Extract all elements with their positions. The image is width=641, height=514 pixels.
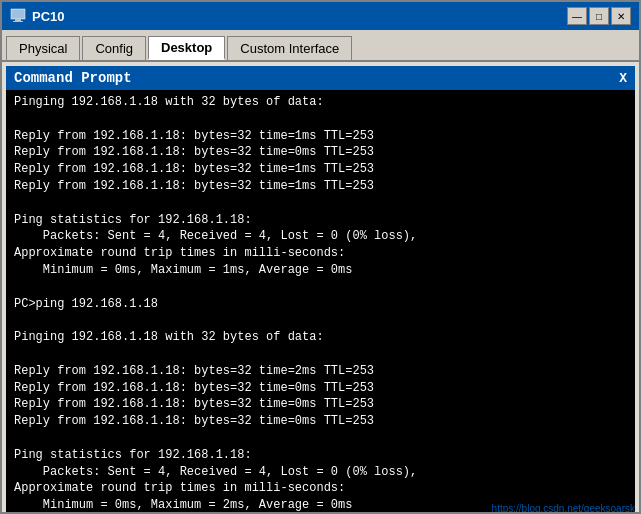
title-buttons: — □ ✕	[567, 7, 631, 25]
command-prompt-output[interactable]: Pinging 192.168.1.18 with 32 bytes of da…	[6, 90, 635, 512]
minimize-button[interactable]: —	[567, 7, 587, 25]
window-title: PC10	[32, 9, 65, 24]
command-prompt-title: Command Prompt	[14, 70, 132, 86]
command-prompt-title-bar: Command Prompt X	[6, 66, 635, 90]
svg-rect-1	[15, 19, 21, 21]
tab-desktop[interactable]: Desktop	[148, 36, 225, 60]
tab-bar: Physical Config Desktop Custom Interface	[2, 30, 639, 62]
command-prompt-window: Command Prompt X Pinging 192.168.1.18 wi…	[6, 66, 635, 512]
close-button[interactable]: ✕	[611, 7, 631, 25]
tab-custom-interface[interactable]: Custom Interface	[227, 36, 352, 60]
maximize-button[interactable]: □	[589, 7, 609, 25]
title-bar-left: PC10	[10, 8, 65, 24]
tab-physical[interactable]: Physical	[6, 36, 80, 60]
tab-config[interactable]: Config	[82, 36, 146, 60]
desktop-area: Command Prompt X Pinging 192.168.1.18 wi…	[2, 62, 639, 514]
command-prompt-close[interactable]: X	[619, 71, 627, 86]
computer-icon	[10, 8, 26, 24]
svg-rect-2	[13, 21, 23, 22]
watermark: https://blog.csdn.net/geeksoarsk	[492, 503, 635, 514]
title-bar: PC10 — □ ✕	[2, 2, 639, 30]
svg-rect-0	[11, 9, 25, 19]
